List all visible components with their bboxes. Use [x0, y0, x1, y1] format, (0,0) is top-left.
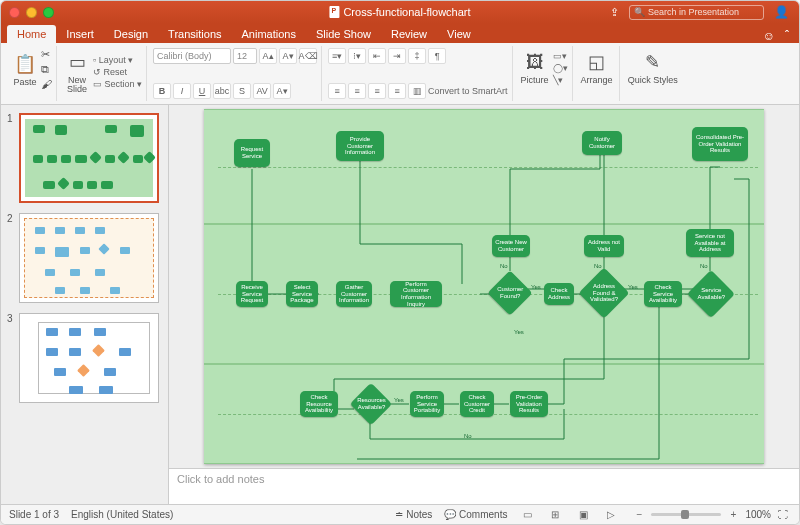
- close-button[interactable]: [9, 7, 20, 18]
- ribbon-styles: ✎ Quick Styles: [622, 46, 684, 101]
- chevron-up-icon[interactable]: ˆ: [785, 29, 789, 43]
- thumbnail-1[interactable]: [19, 113, 159, 203]
- node-consolidated-results[interactable]: Consolidated Pre-Order Validation Result…: [692, 127, 748, 161]
- layout-button[interactable]: ▫ Layout ▾: [93, 55, 142, 65]
- node-check-address[interactable]: Check Address: [544, 283, 574, 305]
- italic-button[interactable]: I: [173, 83, 191, 99]
- strike-button[interactable]: abc: [213, 83, 231, 99]
- columns-button[interactable]: ▥: [408, 83, 426, 99]
- smiley-icon[interactable]: ☺: [763, 29, 775, 43]
- clipboard-icon: 📋: [13, 52, 37, 76]
- indent-inc-button[interactable]: ⇥: [388, 48, 406, 64]
- node-check-resource-availability[interactable]: Check Resource Availability: [300, 391, 338, 417]
- thumbnail-2[interactable]: [19, 213, 159, 303]
- tab-design[interactable]: Design: [104, 25, 158, 43]
- text-direction-button[interactable]: ¶: [428, 48, 446, 64]
- node-perform-customer-inquiry[interactable]: Perform Customer Information Inquiry: [390, 281, 442, 307]
- node-select-service-package[interactable]: Select Service Package: [286, 281, 318, 307]
- reset-button[interactable]: ↺ Reset: [93, 67, 142, 77]
- paste-button[interactable]: 📋 Paste: [11, 50, 39, 89]
- node-gather-customer-info[interactable]: Gather Customer Information: [336, 281, 372, 307]
- cut-icon[interactable]: ✂: [41, 48, 52, 61]
- edge-label-yes: Yes: [628, 284, 638, 290]
- quick-styles-button[interactable]: ✎ Quick Styles: [626, 48, 680, 87]
- node-check-customer-credit[interactable]: Check Customer Credit: [460, 391, 494, 417]
- arrange-button[interactable]: ◱ Arrange: [579, 48, 615, 87]
- node-request-service[interactable]: Request Service: [234, 139, 270, 167]
- tab-slideshow[interactable]: Slide Show: [306, 25, 381, 43]
- new-slide-button[interactable]: ▭ New Slide: [63, 48, 91, 96]
- slideshow-view-button[interactable]: ▷: [603, 508, 619, 522]
- zoom-out-button[interactable]: −: [631, 508, 647, 522]
- share-icon[interactable]: ⇪: [610, 6, 619, 19]
- bullets-button[interactable]: ≡▾: [328, 48, 346, 64]
- shapes-button[interactable]: ◯▾: [553, 63, 568, 73]
- node-receive-service-request[interactable]: Receive Service Request: [236, 281, 268, 307]
- numbering-button[interactable]: ⁝▾: [348, 48, 366, 64]
- search-input[interactable]: 🔍 Search in Presentation: [629, 5, 764, 20]
- zoom-control: − + 100% ⛶: [631, 508, 791, 522]
- window-controls: [1, 7, 54, 18]
- smartart-button[interactable]: Convert to SmartArt: [428, 86, 508, 96]
- notes-toggle[interactable]: ≐ Notes: [395, 509, 432, 520]
- line-button[interactable]: ╲▾: [553, 75, 568, 85]
- justify-button[interactable]: ≡: [388, 83, 406, 99]
- clear-format-button[interactable]: A⌫: [299, 48, 317, 64]
- comments-toggle[interactable]: 💬 Comments: [444, 509, 507, 520]
- minimize-button[interactable]: [26, 7, 37, 18]
- slide[interactable]: Request Service Provide Customer Informa…: [204, 109, 764, 464]
- tab-review[interactable]: Review: [381, 25, 437, 43]
- bold-button[interactable]: B: [153, 83, 171, 99]
- node-service-not-available[interactable]: Service not Available at Address: [686, 229, 734, 257]
- spacing-button[interactable]: AV: [253, 83, 271, 99]
- textbox-button[interactable]: ▭▾: [553, 51, 568, 61]
- font-size-select[interactable]: 12: [233, 48, 257, 64]
- fit-button[interactable]: ⛶: [775, 508, 791, 522]
- shadow-button[interactable]: S: [233, 83, 251, 99]
- align-center-button[interactable]: ≡: [348, 83, 366, 99]
- tab-home[interactable]: Home: [7, 25, 56, 43]
- picture-button[interactable]: 🖼 Picture: [519, 48, 551, 87]
- underline-button[interactable]: U: [193, 83, 211, 99]
- user-icon[interactable]: 👤: [774, 5, 789, 19]
- node-check-service-availability[interactable]: Check Service Availability: [644, 281, 682, 307]
- node-notify-customer[interactable]: Notify Customer: [582, 131, 622, 155]
- thumb-number: 2: [7, 213, 15, 303]
- zoom-level[interactable]: 100%: [745, 509, 771, 520]
- slide-thumbnails[interactable]: 1: [1, 105, 169, 504]
- node-provide-customer-info[interactable]: Provide Customer Information: [336, 131, 384, 161]
- tab-view[interactable]: View: [437, 25, 481, 43]
- language-indicator[interactable]: English (United States): [71, 509, 173, 520]
- tab-transitions[interactable]: Transitions: [158, 25, 231, 43]
- normal-view-button[interactable]: ▭: [519, 508, 535, 522]
- copy-icon[interactable]: ⧉: [41, 63, 52, 76]
- thumbnail-3[interactable]: [19, 313, 159, 403]
- shrink-font-button[interactable]: A▾: [279, 48, 297, 64]
- notes-panel[interactable]: Click to add notes: [169, 468, 799, 504]
- zoom-in-button[interactable]: +: [725, 508, 741, 522]
- ribbon-arrange: ◱ Arrange: [575, 46, 620, 101]
- line-spacing-button[interactable]: ‡: [408, 48, 426, 64]
- font-color-button[interactable]: A▾: [273, 83, 291, 99]
- arrange-icon: ◱: [585, 50, 609, 74]
- sorter-view-button[interactable]: ⊞: [547, 508, 563, 522]
- zoom-slider[interactable]: [651, 513, 721, 516]
- tab-animations[interactable]: Animations: [232, 25, 306, 43]
- node-perform-service-portability[interactable]: Perform Service Portability: [410, 391, 444, 417]
- titlebar: Cross-functional-flowchart ⇪ 🔍 Search in…: [1, 1, 799, 23]
- font-name-select[interactable]: Calibri (Body): [153, 48, 231, 64]
- align-left-button[interactable]: ≡: [328, 83, 346, 99]
- powerpoint-icon: [329, 6, 339, 18]
- section-button[interactable]: ▭ Section ▾: [93, 79, 142, 89]
- format-painter-icon[interactable]: 🖌: [41, 78, 52, 90]
- zoom-button[interactable]: [43, 7, 54, 18]
- node-address-not-valid[interactable]: Address not Valid: [584, 235, 624, 257]
- align-right-button[interactable]: ≡: [368, 83, 386, 99]
- indent-dec-button[interactable]: ⇤: [368, 48, 386, 64]
- node-preorder-validation-results[interactable]: Pre-Order Validation Results: [510, 391, 548, 417]
- node-create-new-customer[interactable]: Create New Customer: [492, 235, 530, 257]
- slide-canvas[interactable]: Request Service Provide Customer Informa…: [169, 105, 799, 468]
- reading-view-button[interactable]: ▣: [575, 508, 591, 522]
- grow-font-button[interactable]: A▴: [259, 48, 277, 64]
- tab-insert[interactable]: Insert: [56, 25, 104, 43]
